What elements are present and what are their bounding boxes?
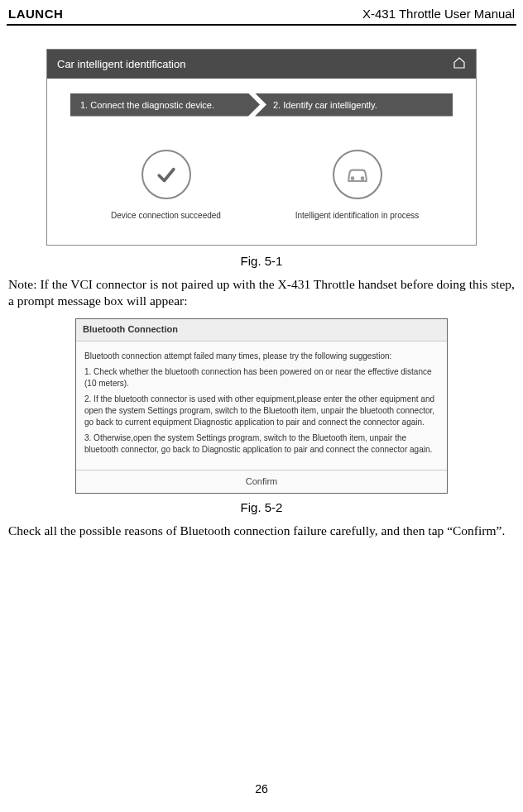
step-breadcrumb: 1. Connect the diagnostic device. 2. Ide… [70,93,453,117]
status-label-2: Intelligent identification in process [262,211,453,220]
step-2: 2. Identify car intelligently. [255,93,453,117]
status-label-1: Device connection succeeded [70,211,262,220]
page-number: 26 [0,782,523,795]
svg-point-1 [361,177,363,179]
app-title: Car intelligent identification [57,58,185,70]
home-icon[interactable] [453,56,466,72]
header-divider [7,24,516,26]
dialog-item-1: 1. Check whether the bluetooth connectio… [84,366,439,389]
page-header: LAUNCH X-431 Throttle User Manual [0,0,523,24]
dialog-body: Bluetooth connection attempt failed many… [76,342,447,465]
status-icons-row [70,150,453,199]
confirm-button[interactable]: Confirm [76,470,447,493]
figure-5-2-screenshot: Bluetooth Connection Bluetooth connectio… [75,318,448,494]
paragraph-note: Note: If the VCI connector is not paired… [8,276,515,311]
dialog-item-3: 3. Otherwise,open the system Settings pr… [84,432,439,456]
figure-5-1-caption: Fig. 5-1 [8,254,515,268]
svg-point-0 [351,177,353,179]
figure-5-2-caption: Fig. 5-2 [8,500,515,514]
checkmark-icon [142,150,191,199]
status-labels-row: Device connection succeeded Intelligent … [70,211,453,220]
dialog-title: Bluetooth Connection [76,319,447,341]
car-icon [333,150,382,199]
app-titlebar: Car intelligent identification [47,50,476,79]
dialog-item-2: 2. If the bluetooth connector is used wi… [84,394,439,428]
header-title: X-431 Throttle User Manual [362,7,515,21]
paragraph-check: Check all the possible reasons of Blueto… [8,523,515,540]
step-1: 1. Connect the diagnostic device. [70,93,260,117]
figure-5-1-screenshot: Car intelligent identification 1. Connec… [46,49,477,246]
header-brand: LAUNCH [8,7,63,21]
app-body: 1. Connect the diagnostic device. 2. Ide… [47,79,476,245]
dialog-intro: Bluetooth connection attempt failed many… [84,351,439,362]
